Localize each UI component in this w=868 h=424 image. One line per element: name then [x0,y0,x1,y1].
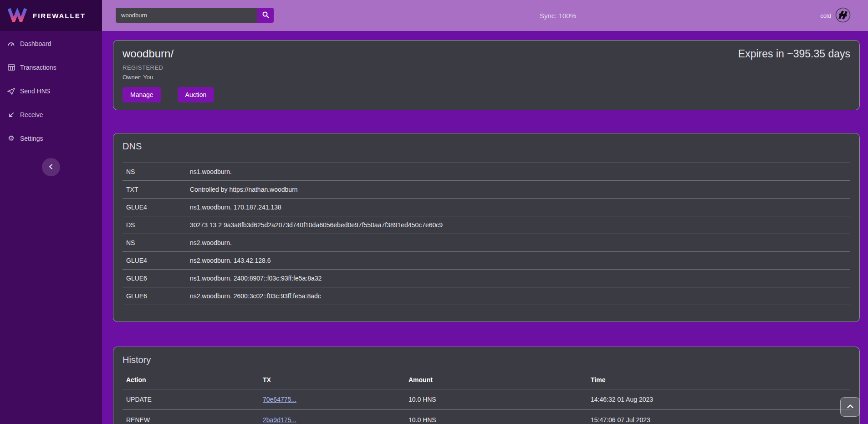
history-amount: 10.0 HNS [405,410,587,424]
history-table: ActionTXAmountTime UPDATE70e64775...10.0… [123,371,850,424]
sidebar-nav: DashboardTransactionsSend HNSReceive⚙Set… [0,31,102,150]
domain-name: woodburn/ [123,47,174,61]
dns-record-row: NSns1.woodburn. [123,163,850,181]
dns-record-row: TXTControlled by https://nathan.woodburn [123,181,850,199]
main-content: woodburn/ Expires in ~395.35 days REGIST… [102,31,868,424]
dns-record-row: GLUE4ns1.woodburn. 170.187.241.138 [123,199,850,216]
dns-record-value: ns1.woodburn. 2400:8907::f03c:93ff:fe5a:… [186,270,850,287]
dns-record-value: 30273 13 2 9a3a8fb3d625d2a2073d740f10da6… [186,216,850,234]
sidebar-item-settings[interactable]: ⚙Settings [0,127,102,150]
dns-record-type: NS [123,234,186,252]
sidebar-collapse-button[interactable] [42,158,60,176]
sidebar-item-label: Receive [20,111,43,118]
sidebar-item-receive[interactable]: Receive [0,103,102,127]
dns-record-type: GLUE4 [123,252,186,270]
domain-card: woodburn/ Expires in ~395.35 days REGIST… [113,40,860,110]
sidebar: FIREWALLET DashboardTransactionsSend HNS… [0,0,102,424]
history-card-title: History [123,354,850,365]
history-col-amount: Amount [405,371,587,389]
app-logo: FIREWALLET [0,0,102,31]
dns-record-type: DS [123,216,186,234]
wallet-indicator: cold [820,0,851,31]
dns-record-value: ns1.woodburn. [186,163,850,181]
dns-record-type: GLUE4 [123,199,186,216]
send-icon [7,88,15,95]
scroll-to-top-button[interactable] [840,397,860,417]
dns-record-type: TXT [123,181,186,199]
tx-link[interactable]: 2ba9d175... [263,416,296,424]
app-title: FIREWALLET [33,12,86,20]
sidebar-item-label: Transactions [20,64,56,71]
dns-record-type: GLUE6 [123,287,186,305]
auction-button[interactable]: Auction [178,87,214,102]
dns-record-row: GLUE6ns1.woodburn. 2400:8907::f03c:93ff:… [123,270,850,287]
dns-record-type: GLUE6 [123,270,186,287]
chevron-left-icon [48,163,54,171]
settings-icon: ⚙ [7,135,15,142]
tx-link[interactable]: 70e64775... [263,396,296,403]
sidebar-item-send-hns[interactable]: Send HNS [0,79,102,103]
sync-status: Sync: 100% [540,0,576,31]
firewallet-logo-icon [7,8,27,24]
dns-record-value: Controlled by https://nathan.woodburn [186,181,850,199]
dns-record-row: GLUE4ns2.woodburn. 143.42.128.6 [123,252,850,270]
dns-card: DNS NSns1.woodburn.TXTControlled by http… [113,133,860,322]
history-card: History ActionTXAmountTime UPDATE70e6477… [113,347,860,424]
handshake-logo-icon [835,7,851,24]
history-time: 15:47:06 07 Jul 2023 [587,410,850,424]
dns-record-row: NSns2.woodburn. [123,234,850,252]
sidebar-item-label: Settings [20,135,43,142]
transactions-icon [7,64,15,71]
dns-record-row: DS30273 13 2 9a3a8fb3d625d2a2073d740f10d… [123,216,850,234]
history-action: RENEW [123,410,259,424]
history-col-time: Time [587,371,850,389]
history-row: RENEW2ba9d175...10.0 HNS15:47:06 07 Jul … [123,410,850,424]
manage-button[interactable]: Manage [123,87,161,102]
history-col-action: Action [123,371,259,389]
dns-record-value: ns2.woodburn. 143.42.128.6 [186,252,850,270]
domain-status: REGISTERED [123,64,850,71]
sidebar-item-dashboard[interactable]: Dashboard [0,32,102,56]
sidebar-item-transactions[interactable]: Transactions [0,56,102,79]
dashboard-icon [7,40,15,47]
sidebar-item-label: Send HNS [20,87,50,95]
dns-record-type: NS [123,163,186,181]
search-icon [262,11,269,20]
dns-record-value: ns2.woodburn. 2600:3c02::f03c:93ff:fe5a:… [186,287,850,305]
dns-record-value: ns2.woodburn. [186,234,850,252]
dns-table: NSns1.woodburn.TXTControlled by https://… [123,163,850,305]
domain-expiry: Expires in ~395.35 days [738,47,850,61]
search-input[interactable] [116,8,257,23]
dns-record-value: ns1.woodburn. 170.187.241.138 [186,199,850,216]
search-group [116,8,274,23]
domain-owner: Owner: You [123,74,850,81]
history-row: UPDATE70e64775...10.0 HNS14:46:32 01 Aug… [123,389,850,410]
wallet-name: cold [820,12,831,19]
dns-record-row: GLUE6ns2.woodburn. 2600:3c02::f03c:93ff:… [123,287,850,305]
dns-card-title: DNS [123,141,850,152]
history-col-tx: TX [259,371,405,389]
sidebar-item-label: Dashboard [20,40,51,47]
receive-icon [7,112,15,118]
history-action: UPDATE [123,389,259,410]
search-button[interactable] [257,8,274,23]
history-amount: 10.0 HNS [405,389,587,410]
history-time: 14:46:32 01 Aug 2023 [587,389,850,410]
topbar: Sync: 100% cold [102,0,868,31]
chevron-up-icon [847,404,854,410]
